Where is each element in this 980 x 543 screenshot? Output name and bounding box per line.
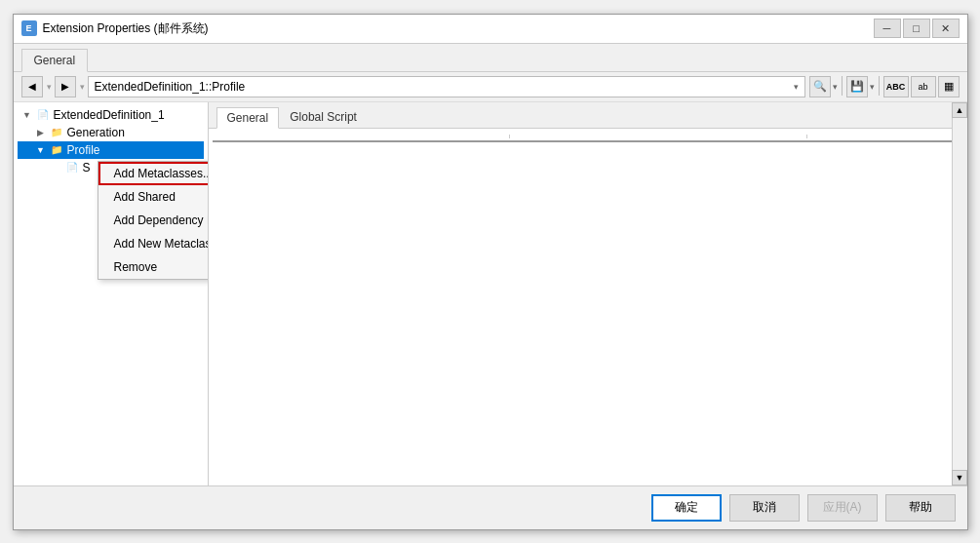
search-button[interactable]: 🔍 [809,76,831,97]
panel-header-cell-1 [213,135,510,138]
tree-label-root: ExtendedDefinition_1 [54,108,165,122]
breadcrumb-value: ExtendedDefinition_1::Profile [95,80,246,94]
inner-tab-general[interactable]: General [216,107,280,129]
forward-dropdown[interactable]: ▾ [80,82,84,92]
maximize-button[interactable]: □ [903,19,930,38]
apply-button[interactable]: 应用(A) [807,494,878,522]
grid-button[interactable]: ▦ [938,76,960,97]
scroll-up-arrow[interactable]: ▲ [952,102,967,118]
tree-icon-root: 📄 [35,108,51,122]
app-icon: E [21,20,37,36]
save-button[interactable]: 💾 [846,76,868,97]
tree-icon-profile: 📁 [49,143,64,157]
tree-item-profile[interactable]: ▼ 📁 Profile [18,141,204,159]
confirm-button[interactable]: 确定 [651,494,722,522]
toolbar: ◀ ▾ ▶ ▾ ExtendedDefinition_1::Profile ▾ … [14,72,967,102]
tree-icon-generation: 📁 [49,126,64,139]
inner-tab-bar: General Global Script [209,102,967,129]
context-menu-remove[interactable]: Remove [98,255,209,279]
context-menu-add-new-metaclass[interactable]: Add New Metaclass [98,232,209,255]
breadcrumb-arrow: ▾ [794,82,799,92]
tree-item-generation[interactable]: ▶ 📁 Generation [18,124,204,141]
scroll-down-arrow[interactable]: ▼ [952,470,967,485]
tree-icon-s: 📄 [64,161,80,175]
panel-header-cell-2 [510,135,807,138]
panel-content [209,129,967,485]
inner-tab-global-script[interactable]: Global Script [279,106,368,128]
breadcrumb-combo[interactable]: ExtendedDefinition_1::Profile ▾ [88,76,805,97]
panel-header-cell-3 [807,135,962,138]
search-dropdown[interactable]: ▾ [833,82,838,97]
forward-button[interactable]: ▶ [55,76,76,97]
back-button[interactable]: ◀ [21,76,43,97]
close-button[interactable]: ✕ [932,19,960,38]
context-menu: Add Metaclasses... Add Shared Add Depend… [98,161,209,280]
tree-expand-generation[interactable]: ▶ [33,125,49,140]
tree-expand-profile[interactable]: ▼ [33,142,49,158]
tree-label-s: S [83,161,91,175]
context-menu-add-metaclasses[interactable]: Add Metaclasses... [98,162,209,185]
title-bar: E Extension Properties (邮件系统) ─ □ ✕ [14,15,967,44]
main-window: E Extension Properties (邮件系统) ─ □ ✕ Gene… [13,14,968,530]
save-dropdown[interactable]: ▾ [870,82,875,97]
help-button[interactable]: 帮助 [885,494,956,522]
tree-item-root[interactable]: ▼ 📄 ExtendedDefinition_1 [18,106,204,124]
title-bar-controls: ─ □ ✕ [874,19,960,38]
back-dropdown[interactable]: ▾ [47,82,51,92]
toolbar-separator-2 [879,76,880,96]
window-title: Extension Properties (邮件系统) [43,20,209,37]
footer: 确定 取消 应用(A) 帮助 [14,485,967,529]
cancel-button[interactable]: 取消 [729,494,800,522]
toolbar-separator-1 [842,76,843,96]
main-tab-bar: General [14,44,967,72]
ab-button[interactable]: ab [911,76,936,97]
context-menu-add-shared[interactable]: Add Shared [98,185,209,209]
tree-label-profile: Profile [67,143,100,157]
panel-header-row [213,133,963,142]
tab-general[interactable]: General [21,49,89,72]
abc-button[interactable]: ABC [883,76,909,97]
minimize-button[interactable]: ─ [874,19,901,38]
vertical-scrollbar[interactable]: ▲ ▼ [952,102,967,485]
tree-panel: ▼ 📄 ExtendedDefinition_1 ▶ 📁 Generation … [14,102,209,485]
title-bar-left: E Extension Properties (邮件系统) [21,20,209,37]
toolbar-right-buttons: 🔍 ▾ 💾 ▾ ABC ab ▦ [809,76,960,97]
tree-label-generation: Generation [67,126,125,139]
right-panel: General Global Script ▲ ▼ [209,102,967,485]
tree-expand-root[interactable]: ▼ [20,107,35,123]
main-content: ▼ 📄 ExtendedDefinition_1 ▶ 📁 Generation … [14,102,967,485]
context-menu-add-dependency-matrix[interactable]: Add Dependency Matrix [98,209,209,232]
